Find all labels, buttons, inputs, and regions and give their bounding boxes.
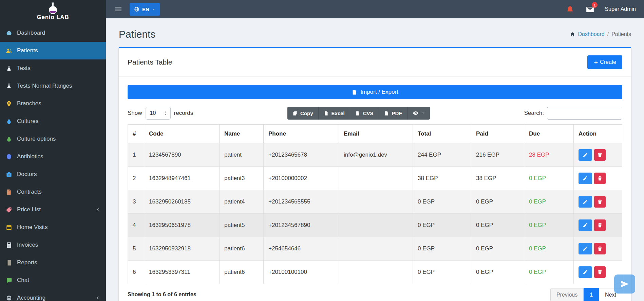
sidebar-item-tests[interactable]: Tests xyxy=(0,59,106,77)
notifications-button[interactable] xyxy=(565,4,575,14)
sidebar-item-label: Contracts xyxy=(17,189,42,195)
delete-button[interactable] xyxy=(594,196,606,208)
sidebar-item-branches[interactable]: Branches xyxy=(0,95,106,112)
hamburger-icon xyxy=(114,5,122,13)
sidebar-item-antibiotics[interactable]: Antibiotics xyxy=(0,148,106,165)
sidebar-item-price-list[interactable]: Price List xyxy=(0,201,106,218)
language-dropdown[interactable]: EN xyxy=(130,3,160,16)
pencil-icon xyxy=(583,223,588,228)
column-header-paid[interactable]: Paid xyxy=(471,125,524,143)
edit-button[interactable] xyxy=(579,173,592,184)
cell-name: patient xyxy=(220,143,264,167)
pencil-icon xyxy=(583,152,588,158)
sidebar-item-label: Doctors xyxy=(17,171,37,178)
edit-button[interactable] xyxy=(579,219,592,231)
pencil-icon xyxy=(583,176,588,181)
pagination-previous[interactable]: Previous xyxy=(550,288,584,301)
column-visibility-button[interactable] xyxy=(408,107,430,120)
patients-table-card: Patients Table Create Import / Export Sh… xyxy=(119,47,631,301)
pagination: Previous1Next xyxy=(550,288,622,301)
messages-button[interactable]: 1 xyxy=(585,4,594,14)
file-excel-icon xyxy=(352,89,357,95)
sidebar-item-invoices[interactable]: Invoices xyxy=(0,236,106,254)
file-excel-icon xyxy=(324,111,329,116)
cell-action xyxy=(574,214,622,237)
pagination-page-1[interactable]: 1 xyxy=(584,288,599,301)
sidebar-item-home-visits[interactable]: Home Visits xyxy=(0,218,106,236)
sidebar-item-patients[interactable]: Patients xyxy=(0,42,106,59)
user-menu[interactable]: Super Admin xyxy=(605,6,636,12)
copy-button[interactable]: Copy xyxy=(287,107,319,120)
sidebar: Genio LAB DashboardPatientsTestsTests No… xyxy=(0,0,106,301)
table-controls: Show 10 records CopyExcelCVSPDF Search: xyxy=(128,107,622,120)
cell-row-number: 3 xyxy=(128,190,144,214)
cell-due: 0 EGP xyxy=(524,237,574,261)
brand-logo[interactable]: Genio LAB xyxy=(0,0,106,24)
cell-paid: 0 EGP xyxy=(471,190,524,214)
create-button[interactable]: Create xyxy=(587,55,622,69)
cell-name: patient5 xyxy=(220,214,264,237)
import-export-button[interactable]: Import / Export xyxy=(128,85,622,99)
delete-button[interactable] xyxy=(594,243,606,254)
records-per-page-input[interactable]: 10 xyxy=(146,107,171,120)
paper-plane-icon xyxy=(620,280,629,288)
table-row: 11234567890patient+20123465678info@genio… xyxy=(128,143,622,167)
sidebar-item-contracts[interactable]: Contracts xyxy=(0,183,106,201)
sidebar-item-label: Patients xyxy=(17,47,38,54)
sidebar-item-label: Tests Normal Ranges xyxy=(17,83,72,89)
sidebar-item-label: Reports xyxy=(17,259,37,266)
cell-action xyxy=(574,237,622,261)
column-header-due[interactable]: Due xyxy=(524,125,574,143)
cell-email xyxy=(339,190,413,214)
sidebar-item-label: Tests xyxy=(17,65,31,72)
chat-fab-button[interactable] xyxy=(614,275,635,294)
sidebar-item-cultures[interactable]: Cultures xyxy=(0,112,106,130)
pdf-button[interactable]: PDF xyxy=(379,107,408,120)
row-actions xyxy=(579,243,617,254)
breadcrumb-item-dashboard[interactable]: Dashboard xyxy=(578,31,604,37)
cvs-button[interactable]: CVS xyxy=(350,107,379,120)
sidebar-item-dashboard[interactable]: Dashboard xyxy=(0,24,106,42)
edit-button[interactable] xyxy=(579,243,592,254)
eye-icon xyxy=(413,110,419,116)
table-row: 41632950651978patient5+2012345678900 EGP… xyxy=(128,214,622,237)
shield-icon xyxy=(6,154,12,160)
edit-button[interactable] xyxy=(579,266,592,278)
column-header-code[interactable]: Code xyxy=(144,125,220,143)
delete-button[interactable] xyxy=(594,149,606,161)
search-input[interactable] xyxy=(547,107,622,120)
excel-button[interactable]: Excel xyxy=(319,107,350,120)
sidebar-item-tests-normal-ranges[interactable]: Tests Normal Ranges xyxy=(0,77,106,95)
pencil-icon xyxy=(583,269,588,275)
cell-paid: 0 EGP xyxy=(471,237,524,261)
cell-code: 1632950260185 xyxy=(144,190,220,214)
delete-button[interactable] xyxy=(594,173,606,184)
sidebar-item-culture-options[interactable]: Culture options xyxy=(0,130,106,148)
sidebar-item-reports[interactable]: Reports xyxy=(0,254,106,271)
edit-button[interactable] xyxy=(579,149,592,161)
column-header-action[interactable]: Action xyxy=(574,125,622,143)
delete-button[interactable] xyxy=(594,266,606,278)
cell-row-number: 6 xyxy=(128,261,144,284)
sidebar-item-accounting[interactable]: Accounting xyxy=(0,289,106,301)
chevron-left-icon xyxy=(95,207,100,212)
edit-button[interactable] xyxy=(579,196,592,208)
breadcrumb-item-patients: Patients xyxy=(611,31,631,37)
column-header-total[interactable]: Total xyxy=(413,125,471,143)
sidebar-item-chat[interactable]: Chat xyxy=(0,271,106,289)
cell-total: 0 EGP xyxy=(413,214,471,237)
sidebar-item-label: Home Visits xyxy=(17,224,48,231)
table-body: 11234567890patient+20123465678info@genio… xyxy=(128,143,622,284)
column-header-name[interactable]: Name xyxy=(220,125,264,143)
sidebar-item-doctors[interactable]: Doctors xyxy=(0,165,106,183)
column-header-phone[interactable]: Phone xyxy=(264,125,339,143)
sidebar-toggle-button[interactable] xyxy=(114,5,123,14)
cell-phone: +20100100100 xyxy=(264,261,339,284)
sidebar-item-label: Accounting xyxy=(17,295,45,301)
table-row: 61632953397311patient6+201001001000 EGP0… xyxy=(128,261,622,284)
trash-icon xyxy=(597,269,603,275)
row-actions xyxy=(579,219,617,231)
column-header-[interactable]: # xyxy=(128,125,144,143)
delete-button[interactable] xyxy=(594,219,606,231)
column-header-email[interactable]: Email xyxy=(339,125,413,143)
